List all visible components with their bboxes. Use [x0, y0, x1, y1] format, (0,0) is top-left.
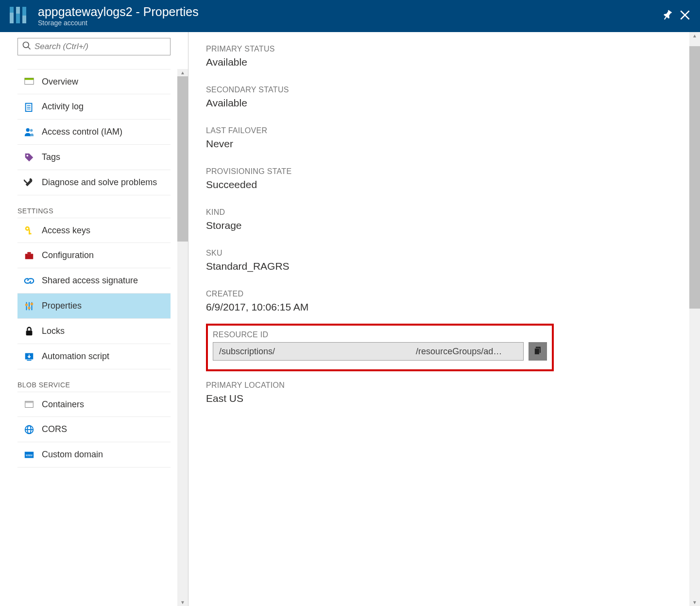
field-value-kind: Storage	[206, 220, 683, 231]
sidebar-item-cors[interactable]: CORS	[17, 417, 171, 442]
sidebar-item-access-keys[interactable]: Access keys	[17, 218, 171, 243]
svg-rect-20	[24, 179, 28, 184]
resource-id-input[interactable]	[213, 342, 524, 361]
sidebar-item-label: Shared access signature	[42, 276, 138, 286]
field-label-provisioning-state: PROVISIONING STATE	[206, 167, 683, 176]
tag-icon	[22, 152, 36, 163]
sidebar-item-tags[interactable]: Tags	[17, 145, 171, 170]
scroll-up-icon[interactable]: ▲	[692, 32, 697, 39]
field-label-resource-id: RESOURCE ID	[213, 330, 547, 339]
svg-rect-5	[22, 7, 26, 16]
field-value-primary-status: Available	[206, 56, 683, 68]
sidebar-item-locks[interactable]: Locks	[17, 319, 171, 344]
field-value-secondary-status: Available	[206, 97, 683, 109]
svg-line-9	[28, 47, 31, 50]
sidebar-item-label: Diagnose and solve problems	[42, 177, 157, 188]
svg-point-32	[31, 303, 33, 305]
svg-rect-15	[27, 107, 30, 107]
field-value-primary-location: East US	[206, 393, 683, 404]
lock-icon	[22, 326, 36, 337]
sidebar-item-label: Overview	[42, 77, 78, 87]
close-icon[interactable]	[679, 9, 691, 23]
field-label-primary-status: PRIMARY STATUS	[206, 45, 683, 53]
scrollbar-thumb[interactable]	[689, 46, 700, 309]
svg-rect-25	[25, 254, 34, 259]
page-subtitle: Storage account	[38, 19, 661, 27]
scrollbar-thumb[interactable]	[177, 76, 188, 242]
sidebar-item-overview[interactable]: Overview	[17, 69, 171, 94]
copy-button[interactable]	[529, 342, 547, 361]
svg-text:www: www	[25, 453, 33, 456]
sidebar-item-label: Tags	[42, 152, 60, 162]
sidebar-item-access-control[interactable]: Access control (IAM)	[17, 120, 171, 145]
content-scrollbar[interactable]: ▲ ▼	[689, 32, 700, 606]
sidebar-item-label: Automation script	[42, 351, 109, 362]
link-icon	[22, 276, 36, 286]
svg-rect-24	[29, 233, 32, 235]
sidebar: Overview Activity log Access control (IA…	[0, 32, 188, 606]
pin-icon[interactable]	[661, 9, 674, 23]
sidebar-item-containers[interactable]: Containers	[17, 392, 171, 417]
svg-point-8	[23, 42, 29, 48]
field-label-primary-location: PRIMARY LOCATION	[206, 381, 683, 390]
toolbox-icon	[22, 250, 36, 261]
search-icon	[22, 41, 32, 52]
svg-rect-33	[26, 330, 33, 335]
activity-log-icon	[22, 102, 36, 112]
sidebar-item-configuration[interactable]: Configuration	[17, 243, 171, 268]
svg-point-30	[28, 307, 30, 309]
field-value-sku: Standard_RAGRS	[206, 260, 683, 272]
field-label-sku: SKU	[206, 249, 683, 258]
header: appgatewaylogs2 - Properties Storage acc…	[0, 0, 700, 32]
sidebar-item-label: Activity log	[42, 102, 84, 112]
sidebar-item-label: Properties	[42, 301, 82, 311]
key-icon	[22, 225, 36, 236]
field-label-kind: KIND	[206, 208, 683, 217]
section-label-settings: SETTINGS	[17, 207, 171, 215]
sidebar-item-label: Access keys	[42, 225, 90, 236]
sidebar-item-label: Custom domain	[42, 450, 103, 460]
sidebar-scrollbar[interactable]: ▲ ▼	[177, 69, 188, 606]
field-label-created: CREATED	[206, 290, 683, 298]
svg-point-18	[30, 129, 33, 132]
scroll-up-icon[interactable]: ▲	[180, 69, 185, 76]
page-title: appgatewaylogs2 - Properties	[38, 5, 661, 19]
sidebar-item-activity-log[interactable]: Activity log	[17, 94, 171, 120]
svg-point-22	[27, 228, 29, 230]
svg-point-28	[26, 304, 28, 306]
svg-point-19	[27, 155, 29, 156]
tools-icon	[22, 177, 36, 188]
copy-icon	[533, 346, 543, 357]
svg-rect-14	[27, 105, 30, 105]
sidebar-item-automation-script[interactable]: Automation script	[17, 344, 171, 369]
search-input[interactable]	[34, 42, 166, 52]
content-panel: PRIMARY STATUS Available SECONDARY STATU…	[188, 32, 700, 606]
sidebar-item-diagnose[interactable]: Diagnose and solve problems	[17, 170, 171, 195]
svg-rect-26	[27, 252, 31, 254]
sidebar-item-shared-access-signature[interactable]: Shared access signature	[17, 268, 171, 294]
sidebar-item-custom-domain[interactable]: www Custom domain	[17, 442, 171, 467]
svg-rect-1	[10, 7, 14, 13]
svg-rect-3	[16, 14, 20, 23]
svg-rect-37	[25, 401, 34, 403]
containers-icon	[22, 399, 36, 410]
svg-point-17	[26, 128, 30, 131]
svg-rect-16	[27, 108, 30, 109]
overview-icon	[22, 76, 36, 87]
section-label-blob: BLOB SERVICE	[17, 381, 171, 389]
sidebar-item-label: CORS	[42, 424, 67, 434]
download-icon	[22, 351, 36, 362]
field-value-last-failover: Never	[206, 138, 683, 150]
people-icon	[22, 127, 36, 138]
sidebar-item-label: Containers	[42, 399, 84, 410]
resource-id-highlight: RESOURCE ID	[206, 324, 554, 371]
svg-rect-44	[534, 348, 539, 355]
sidebar-item-label: Locks	[42, 326, 65, 336]
search-input-container[interactable]	[17, 38, 171, 55]
field-value-created: 6/9/2017, 10:06:15 AM	[206, 301, 683, 313]
sidebar-item-properties[interactable]: Properties	[17, 294, 171, 319]
sidebar-item-label: Configuration	[42, 250, 94, 260]
scroll-down-icon[interactable]: ▼	[180, 599, 185, 606]
svg-rect-11	[25, 78, 34, 80]
scroll-down-icon[interactable]: ▼	[692, 599, 697, 606]
